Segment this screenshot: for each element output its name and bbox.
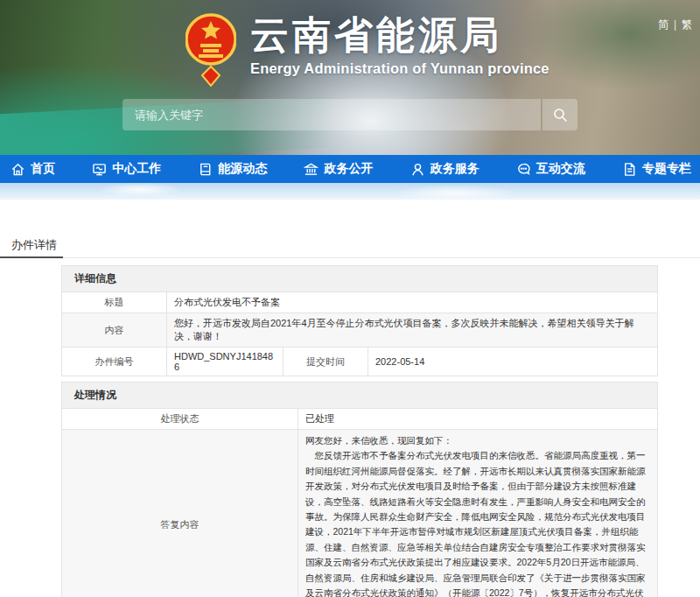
nav-item-special-topics[interactable]: 专题专栏	[619, 161, 695, 177]
case-number-value: HDWD_SDNYJ1418486	[167, 348, 284, 376]
nav-item-label: 政务公开	[324, 161, 373, 177]
chat-icon	[516, 162, 531, 177]
table-row: 答复内容 网友您好，来信收悉，现回复如下： 您反馈开远市不予备案分布式光伏发电项…	[62, 430, 658, 597]
lang-divider: |	[674, 18, 676, 31]
reply-content-label: 答复内容	[62, 430, 298, 597]
site-subtitle: Energy Administration of Yunnan province	[250, 60, 550, 77]
banner-image: 简|繁 云南省能源局 Energy Administration of Yunn…	[0, 0, 700, 155]
document-icon	[622, 162, 637, 177]
main-navigation: 首页 中心工作 能源动态 政务公开	[0, 155, 700, 183]
nav-item-label: 专题专栏	[642, 161, 691, 177]
national-emblem-icon	[186, 12, 236, 88]
nav-item-label: 首页	[31, 161, 55, 177]
detail-info-section-title: 详细信息	[62, 266, 658, 292]
content-label: 内容	[62, 313, 167, 348]
tab-bar: 办件详情	[0, 236, 700, 258]
nav-item-interaction[interactable]: 互动交流	[513, 161, 589, 177]
person-icon	[410, 162, 425, 177]
lang-simplified-button[interactable]: 简	[658, 18, 668, 31]
search-icon	[553, 108, 568, 123]
search-button[interactable]	[542, 99, 578, 130]
tab-case-detail[interactable]: 办件详情	[0, 236, 63, 258]
lang-traditional-button[interactable]: 繁	[682, 18, 692, 31]
sky-strip	[0, 183, 700, 200]
bank-icon	[304, 162, 318, 177]
language-switch: 简|繁	[658, 18, 692, 32]
case-number-label: 办件编号	[62, 348, 167, 376]
table-row: 办件编号 HDWD_SDNYJ1418486 提交时间 2022-05-14	[62, 348, 658, 376]
nav-item-label: 能源动态	[218, 161, 267, 177]
table-row: 处理情况	[62, 383, 658, 409]
search-input[interactable]	[122, 99, 541, 130]
nav-item-gov-services[interactable]: 政务服务	[407, 161, 483, 177]
table-row: 标题 分布式光伏发电不予备案	[62, 292, 658, 313]
title-value: 分布式光伏发电不予备案	[167, 292, 658, 313]
submit-time-value: 2022-05-14	[368, 348, 658, 376]
nav-item-gov-disclosure[interactable]: 政务公开	[300, 161, 376, 177]
home-icon	[10, 162, 25, 177]
table-row: 处理状态 已处理	[62, 409, 658, 430]
brand-text: 云南省能源局 Energy Administration of Yunnan p…	[250, 12, 550, 77]
nav-item-label: 政务服务	[430, 161, 480, 177]
process-info-table: 处理情况 处理状态 已处理 答复内容 网友您好，来信收悉，现回复如下： 您反馈开…	[61, 382, 658, 597]
reply-content-value: 网友您好，来信收悉，现回复如下： 您反馈开远市不予备案分布式光伏发电项目的来信收…	[298, 430, 658, 597]
content-value: 您好，开远市发改局自2021年4月至今停止分布式光伏项目备案，多次反映并未能解决…	[167, 313, 658, 348]
submit-time-label: 提交时间	[284, 348, 368, 376]
nav-item-center-work[interactable]: 中心工作	[88, 161, 164, 177]
table-row: 内容 您好，开远市发改局自2021年4月至今停止分布式光伏项目备案，多次反映并未…	[62, 313, 658, 348]
table-row: 详细信息	[62, 266, 658, 292]
status-value: 已处理	[298, 409, 658, 430]
monitor-icon	[92, 162, 107, 177]
nav-item-home[interactable]: 首页	[7, 161, 59, 177]
nav-item-energy-news[interactable]: 能源动态	[194, 161, 270, 177]
title-label: 标题	[62, 292, 167, 313]
case-detail-panel: 详细信息 标题 分布式光伏发电不予备案 内容 您好，开远市发改局自2021年4月…	[61, 265, 657, 597]
nav-item-label: 中心工作	[112, 161, 161, 177]
nav-item-label: 互动交流	[536, 161, 585, 177]
detail-info-table: 详细信息 标题 分布式光伏发电不予备案 内容 您好，开远市发改局自2021年4月…	[61, 265, 658, 376]
site-brand: 云南省能源局 Energy Administration of Yunnan p…	[186, 12, 550, 88]
status-label: 处理状态	[62, 409, 298, 430]
main-content: 办件详情 详细信息 标题 分布式光伏发电不予备案 内容 您好，开远市发改局自20…	[0, 236, 700, 597]
site-title: 云南省能源局	[250, 12, 550, 58]
search-bar	[122, 99, 578, 130]
book-icon	[198, 162, 213, 177]
process-info-section-title: 处理情况	[62, 383, 658, 409]
